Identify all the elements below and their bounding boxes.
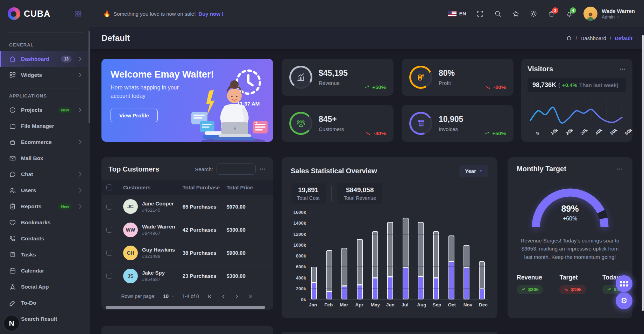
cart-button[interactable]: 2 [548,10,555,17]
customizer-button[interactable] [616,275,632,292]
divider [517,268,623,268]
sidebar-item-users[interactable]: Users [0,182,90,198]
rows-per-page-select[interactable]: 10 [163,293,175,299]
customer-avatar: WW [123,223,138,237]
gridline [309,267,488,267]
customers-search-input[interactable] [217,164,256,175]
fullscreen-icon[interactable] [476,10,484,17]
us-flag-icon [448,11,457,16]
sidebar-badge: New [58,203,72,210]
sidebar-item-label: Tasks [21,252,84,258]
customer-cell: JSJake Spy#954687 [123,269,183,283]
bar-cost [464,267,469,299]
bar-total [372,231,378,299]
bar-total [311,267,317,299]
sidebar-item-chat[interactable]: Chat [0,166,90,182]
stat-value: 80% [439,68,455,78]
sidebar-toggle-icon[interactable] [75,10,82,17]
project-icon [9,107,16,114]
home-icon [9,56,16,63]
window-scrollbar[interactable] [642,35,644,311]
sidebar-item-reports[interactable]: ReportsNew [0,198,90,215]
gridline [309,256,488,256]
table-row: WWWade Warren#84496742 Purchases$300.00 [101,218,273,241]
sidebar-item-label: File Manager [21,123,84,129]
row-checkbox[interactable] [106,273,112,279]
chevron-down-icon [171,295,175,298]
total-revenue-value: $849,058 [344,186,376,194]
sidebar-item-mail-box[interactable]: Mail Box [0,150,90,166]
row-checkbox[interactable] [106,250,112,256]
target-menu-icon[interactable] [616,166,623,173]
promo-text: Something you love is now on sale! [113,11,196,17]
total-cost-tile: 19,891 Total Cost [291,183,326,204]
chevron-right-icon [77,72,84,79]
home-icon[interactable] [566,35,572,41]
theme-toggle-icon[interactable] [530,10,537,17]
x-tick-label: May [371,302,377,307]
bar-total [387,222,393,299]
sidebar-item-calendar[interactable]: Calendar [0,263,90,279]
view-profile-button[interactable]: View Profile [111,109,158,122]
prev-page-icon[interactable] [220,293,226,299]
breadcrumb-dashboard[interactable]: Dashboard [581,35,606,41]
target-stat-pill: $20k [517,285,543,294]
user-name: Wade Warren [602,8,635,14]
customer-price: $300.00 [227,227,268,233]
sidebar-item-tasks[interactable]: Tasks [0,247,90,263]
sidebar-item-ecommerce[interactable]: Ecommerce [0,134,90,150]
app-root: CUBA GENERALDashboard13WidgetsAPPLICATIO… [0,0,644,334]
page-range-label: 1-4 of 8 [182,293,199,299]
table-body: JCJane Cooper#45214065 Purchases$970.00W… [101,195,273,287]
x-tick-label: Jan [309,302,315,307]
n-floating-badge[interactable]: N [3,314,20,332]
bar-cost [342,285,347,299]
table-horizontal-scrollbar[interactable] [106,306,265,309]
row-checkbox[interactable] [106,227,112,233]
topbar: 🔥 Something you love is now on sale! Buy… [90,0,644,27]
period-select[interactable]: Year [459,165,488,177]
user-avatar [583,7,597,21]
search-icon[interactable] [494,10,502,17]
user-menu[interactable]: Wade Warren Admin [583,7,635,21]
sidebar-item-to-do[interactable]: To-Do [0,295,90,311]
customers-menu-icon[interactable] [259,166,266,173]
buy-now-link[interactable]: Buy now ! [198,11,224,17]
stat-invoices-icon [416,118,426,128]
visitors-card: Visitors 98,736K ( +0.4% Than last week)… [521,59,632,142]
row-checkbox[interactable] [106,204,112,210]
gauge-value: 89% [525,204,615,214]
chevron-down-icon [616,15,620,19]
gridline [309,223,488,223]
sidebar-scrollbar[interactable] [89,31,90,123]
visitors-menu-icon[interactable] [619,66,626,73]
sidebar-item-social-app[interactable]: Social App [0,279,90,295]
x-tick-label: Dec [479,302,485,307]
x-tick-label: 0 [535,131,540,136]
next-page-icon[interactable] [234,293,240,299]
x-tick-label: Apr [355,302,361,307]
sidebar-item-widgets[interactable]: Widgets [0,67,90,83]
sales-title: Sales Statistical Overview [291,167,377,175]
last-page-icon[interactable] [248,293,254,299]
sidebar-item-contacts[interactable]: Contacts [0,231,90,247]
notifications-button[interactable]: 4 [566,10,573,17]
x-tick-label: Sep [432,302,438,307]
table-row: JCJane Cooper#45214065 Purchases$970.00 [101,195,273,218]
customer-price: $300.00 [227,273,268,279]
x-tick-label: Nov [463,302,469,307]
bar-total [433,231,439,299]
select-all-checkbox[interactable] [106,184,112,190]
sidebar-item-bookmarks[interactable]: Bookmarks [0,215,90,231]
language-switcher[interactable]: EN [448,11,466,16]
bookmark-star-icon[interactable] [512,10,519,17]
sidebar-item-file-manager[interactable]: File Manager [0,118,90,134]
y-tick-label: 400k [296,275,306,281]
first-page-icon[interactable] [207,293,213,299]
sidebar-item-projects[interactable]: ProjectsNew [0,102,90,118]
chat-icon [9,171,16,178]
settings-button[interactable]: ⚙ [616,292,632,309]
clock-widget: 11:37 AM [233,66,264,107]
sidebar-badge: 13 [61,56,72,63]
sidebar-item-dashboard[interactable]: Dashboard13 [0,51,90,67]
